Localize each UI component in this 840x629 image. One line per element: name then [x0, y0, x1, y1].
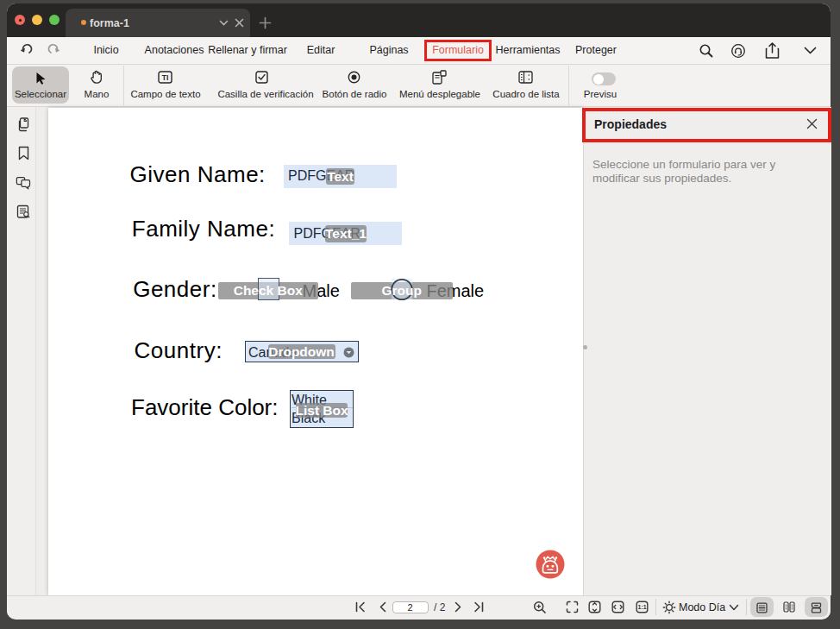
svg-text:1:1: 1:1: [638, 604, 647, 610]
svg-text:TI: TI: [162, 73, 169, 82]
